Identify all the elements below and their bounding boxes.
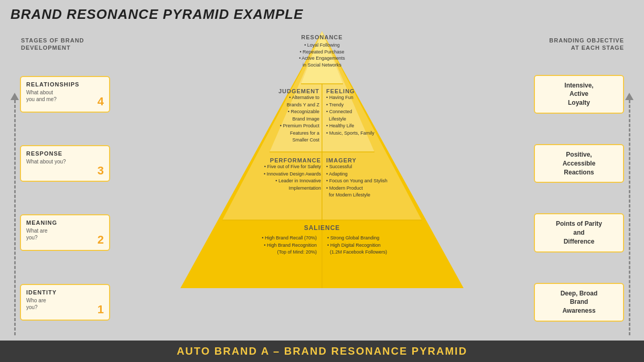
judgement-label: JUDGEMENT <box>222 88 319 94</box>
pyramid-wrapper: RESONANCE • Loyal Following• Repeated Pu… <box>165 31 479 341</box>
points-text: Points of ParityandDifference <box>556 220 602 246</box>
stage-card-meaning: MEANING What areyou? 2 <box>20 214 110 251</box>
deep-text: Deep, BroadBrandAwareness <box>561 289 598 315</box>
salience-bullets-right: • Strong Global Branding• High Digital R… <box>327 235 443 256</box>
judgement-bullets: • Alternative to Brands Y and Z• Recogni… <box>222 94 319 144</box>
objective-card-deep: Deep, BroadBrandAwareness <box>534 283 624 322</box>
performance-bullets: • Five out of Five for Safety• Innovativ… <box>191 163 321 192</box>
imagery-bullets: • Successful• Adapting• Focus on Young a… <box>326 163 447 199</box>
imagery-label: IMAGERY <box>326 157 447 163</box>
identity-number: 1 <box>98 303 104 316</box>
meaning-title: MEANING <box>26 220 104 226</box>
stages-label: STAGES OF BRANDDEVELOPMENT <box>5 37 110 52</box>
left-sidebar: STAGES OF BRANDDEVELOPMENT RELATIONSHIPS… <box>5 5 110 341</box>
right-arrow-line <box>629 100 630 335</box>
stage-card-identity: IDENTITY Who areyou? 1 <box>20 284 110 321</box>
judgement-section: JUDGEMENT • Alternative to Brands Y and … <box>222 88 319 144</box>
arrow-line <box>14 100 16 335</box>
relationships-title: RELATIONSHIPS <box>26 81 104 87</box>
identity-sub: Who areyou? <box>26 297 104 311</box>
response-sub: What about you? <box>26 158 104 165</box>
feeling-label: FEELING <box>326 88 418 94</box>
objective-card-points: Points of ParityandDifference <box>534 213 624 252</box>
stage-cards: RELATIONSHIPS What aboutyou and me? 4 RE… <box>5 56 110 341</box>
main-container: BRAND RESONANCE PYRAMID EXAMPLE STAGES O… <box>0 0 644 362</box>
response-title: RESPONSE <box>26 150 104 157</box>
salience-bullets-left: • High Brand Recall (70%)• High Brand Re… <box>201 235 317 256</box>
identity-title: IDENTITY <box>26 289 104 295</box>
relationships-sub: What aboutyou and me? <box>26 89 104 103</box>
response-number: 3 <box>98 164 104 178</box>
intensive-text: Intensive,ActiveLoyalty <box>564 81 593 107</box>
right-sidebar: BRANDING OBJECTIVEAT EACH STAGE Intensiv… <box>534 5 639 341</box>
objective-card-intensive: Intensive,ActiveLoyalty <box>534 75 624 114</box>
salience-label: SALIENCE <box>304 224 340 232</box>
branding-label: BRANDING OBJECTIVEAT EACH STAGE <box>534 37 639 52</box>
right-arrow-up-icon <box>625 93 634 100</box>
imagery-section: IMAGERY • Successful• Adapting• Focus on… <box>326 157 447 199</box>
right-arrow <box>625 93 634 335</box>
stage-card-relationships: RELATIONSHIPS What aboutyou and me? 4 <box>20 76 110 113</box>
feeling-bullets: • Having Fun• Trendy• Connected Lifestyl… <box>326 94 418 137</box>
footer: AUTO BRAND A – BRAND RESONANCE PYRAMID <box>0 341 644 362</box>
stage-card-response: RESPONSE What about you? 3 <box>20 145 110 182</box>
resonance-bullets: • Loyal Following• Repeated Purchase• Ac… <box>285 42 359 68</box>
objective-card-positive: Positive,AccessibleReactions <box>534 144 624 183</box>
salience-section: SALIENCE • High Brand Recall (70%)• High… <box>191 224 453 256</box>
arrow-up-icon <box>10 93 19 100</box>
objective-cards: Intensive,ActiveLoyalty Positive,Accessi… <box>534 56 639 341</box>
performance-label: PERFORMANCE <box>191 157 321 163</box>
resonance-section: RESONANCE • Loyal Following• Repeated Pu… <box>285 34 359 68</box>
resonance-label: RESONANCE <box>285 34 359 40</box>
relationships-number: 4 <box>98 95 104 108</box>
content-area: BRAND RESONANCE PYRAMID EXAMPLE STAGES O… <box>0 0 644 341</box>
meaning-number: 2 <box>98 233 104 247</box>
meaning-sub: What areyou? <box>26 227 104 241</box>
performance-section: PERFORMANCE • Five out of Five for Safet… <box>191 157 321 192</box>
left-arrow <box>10 93 19 335</box>
feeling-section: FEELING • Having Fun• Trendy• Connected … <box>326 88 418 137</box>
positive-text: Positive,AccessibleReactions <box>563 150 596 177</box>
center-area: RESONANCE • Loyal Following• Repeated Pu… <box>110 5 534 341</box>
pyramid-content: RESONANCE • Loyal Following• Repeated Pu… <box>165 31 479 341</box>
footer-text: AUTO BRAND A – BRAND RESONANCE PYRAMID <box>177 345 467 357</box>
